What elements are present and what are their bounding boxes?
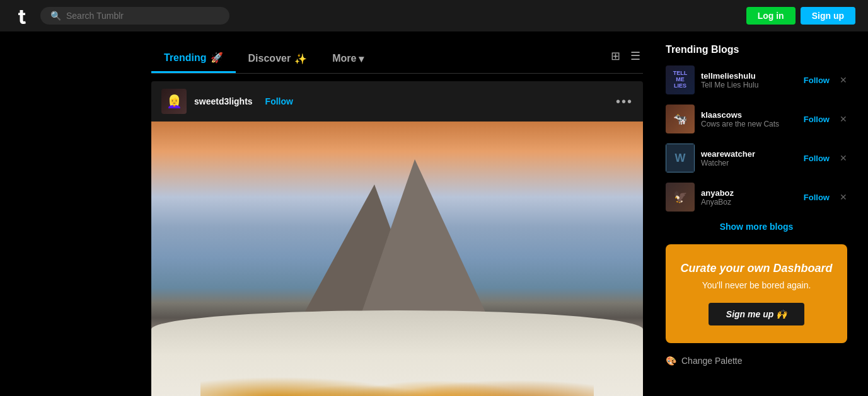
search-icon: 🔍 xyxy=(50,11,61,21)
avatar-anya-image: 🦅 xyxy=(666,183,695,212)
post-more-button[interactable]: ••• xyxy=(616,94,633,109)
blog-info: tellmelieshulu Tell Me Lies Hulu xyxy=(701,71,797,89)
tab-trending-label: Trending xyxy=(164,52,207,64)
blog-desc: Cows are the new Cats xyxy=(701,120,797,128)
post-image xyxy=(151,122,643,396)
blog-desc: AnyaBoz xyxy=(701,198,797,206)
sign-me-up-button[interactable]: Sign me up 🙌 xyxy=(709,303,804,325)
follow-button-anya[interactable]: Follow xyxy=(804,193,830,202)
tab-trending[interactable]: Trending 🚀 xyxy=(151,44,236,73)
post-username[interactable]: sweetd3lights xyxy=(194,96,253,106)
curate-card: Curate your own Dashboard You'll never b… xyxy=(666,244,847,343)
blog-item-tellmelieshulu: TELLMELIES tellmelieshulu Tell Me Lies H… xyxy=(666,65,847,94)
list-view-button[interactable]: ☰ xyxy=(628,47,643,65)
header: 🔍 Log in Sign up xyxy=(0,0,868,31)
post-card: 👱‍♀️ sweetd3lights Follow ••• xyxy=(151,81,643,396)
tab-discover[interactable]: Discover ✨ xyxy=(236,45,320,72)
flowers xyxy=(200,348,594,396)
tumblr-logo[interactable] xyxy=(13,7,30,25)
change-palette[interactable]: 🎨 Change Palette xyxy=(666,353,847,368)
blog-avatar: TELLMELIES xyxy=(666,65,695,94)
palette-icon: 🎨 xyxy=(666,356,676,366)
follow-button-tellme[interactable]: Follow xyxy=(804,76,830,85)
close-button-watcher[interactable]: ✕ xyxy=(836,153,847,163)
tab-more[interactable]: More ▾ xyxy=(320,45,376,72)
tab-discover-label: Discover xyxy=(248,53,291,64)
view-toggle: ⊞ ☰ xyxy=(608,47,643,71)
blog-item-anyaboz: 🦅 anyaboz AnyaBoz Follow ✕ xyxy=(666,183,847,212)
chevron-down-icon: ▾ xyxy=(359,53,364,65)
blog-item-wearewatcher: W wearewatcher Watcher Follow ✕ xyxy=(666,144,847,173)
blog-avatar: 🦅 xyxy=(666,183,695,212)
search-input[interactable] xyxy=(66,11,219,21)
avatar-watcher-image: W xyxy=(666,144,695,173)
right-sidebar: Trending Blogs TELLMELIES tellmelieshulu… xyxy=(656,31,857,396)
blog-name[interactable]: anyaboz xyxy=(701,188,797,198)
left-sidebar xyxy=(0,31,139,396)
palette-label: Change Palette xyxy=(681,356,743,366)
blog-name[interactable]: klaascows xyxy=(701,110,797,120)
mountain-peak-right xyxy=(358,159,490,323)
trending-emoji: 🚀 xyxy=(211,52,223,64)
follow-button-watcher[interactable]: Follow xyxy=(804,154,830,163)
main-container: Trending 🚀 Discover ✨ More ▾ ⊞ ☰ 👱‍♀️ xyxy=(0,0,868,396)
search-bar[interactable]: 🔍 xyxy=(40,7,229,25)
follow-button-klaas[interactable]: Follow xyxy=(804,115,830,124)
blog-info: klaascows Cows are the new Cats xyxy=(701,110,797,128)
nav-tabs: Trending 🚀 Discover ✨ More ▾ ⊞ ☰ xyxy=(151,31,643,74)
curate-title: Curate your own Dashboard xyxy=(678,262,835,275)
blog-info: anyaboz AnyaBoz xyxy=(701,188,797,206)
avatar-klaas-image: 🐄 xyxy=(666,105,695,133)
show-more-blogs-button[interactable]: Show more blogs xyxy=(666,222,847,232)
center-content: Trending 🚀 Discover ✨ More ▾ ⊞ ☰ 👱‍♀️ xyxy=(139,31,656,396)
post-follow-button[interactable]: Follow xyxy=(265,96,293,106)
signup-button[interactable]: Sign up xyxy=(801,7,855,25)
blog-name[interactable]: wearewatcher xyxy=(701,149,797,159)
header-actions: Log in Sign up xyxy=(746,7,855,25)
avatar: 👱‍♀️ xyxy=(161,89,187,114)
trending-blogs-title: Trending Blogs xyxy=(666,44,847,55)
curate-subtitle: You'll never be bored again. xyxy=(678,280,835,290)
close-button-klaas[interactable]: ✕ xyxy=(836,114,847,124)
blog-name[interactable]: tellmelieshulu xyxy=(701,71,797,81)
close-button-tellme[interactable]: ✕ xyxy=(836,75,847,85)
blog-item-klaascows: 🐄 klaascows Cows are the new Cats Follow… xyxy=(666,105,847,133)
avatar-image: 👱‍♀️ xyxy=(161,89,187,114)
more-label: More xyxy=(332,53,356,64)
blog-avatar: W xyxy=(666,144,695,173)
login-button[interactable]: Log in xyxy=(746,7,796,25)
post-header: 👱‍♀️ sweetd3lights Follow ••• xyxy=(151,81,643,122)
grid-view-button[interactable]: ⊞ xyxy=(608,47,623,65)
blog-avatar: 🐄 xyxy=(666,105,695,133)
close-button-anya[interactable]: ✕ xyxy=(836,192,847,202)
blog-desc: Watcher xyxy=(701,159,797,167)
blog-info: wearewatcher Watcher xyxy=(701,149,797,167)
discover-emoji: ✨ xyxy=(294,53,307,65)
blog-desc: Tell Me Lies Hulu xyxy=(701,81,797,89)
avatar-tell-image: TELLMELIES xyxy=(666,65,695,94)
